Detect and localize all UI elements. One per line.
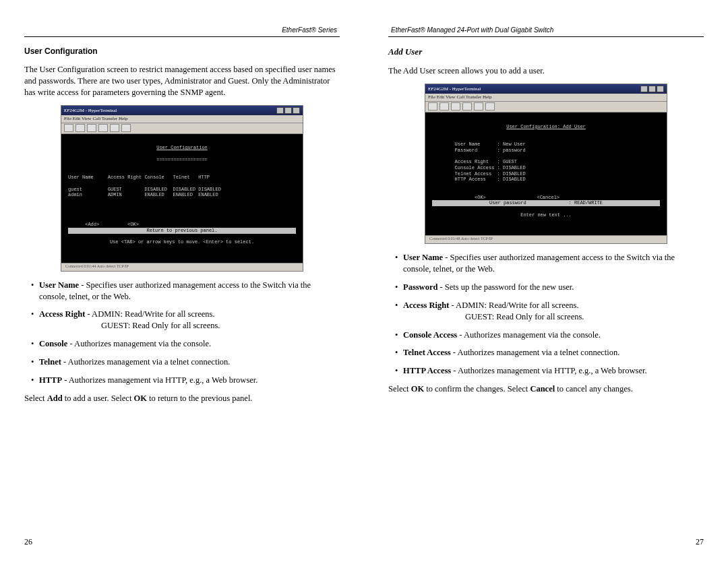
bullet-telnet-access: Telnet Access - Authorizes management vi… <box>403 347 704 358</box>
bullet-user-name: User Name - Specifies user authorized ma… <box>403 252 704 275</box>
header-product: EtherFast® Managed 24-Port with Dual Gig… <box>388 26 556 34</box>
header-series: EtherFast® Series <box>279 26 340 34</box>
tail-left: Select Add to add a user. Select OK to r… <box>24 393 340 404</box>
header-rule-right: EtherFast® Managed 24-Port with Dual Gig… <box>388 36 704 37</box>
bullet-access-right: Access Right - ADMIN: Read/Write for all… <box>39 309 340 332</box>
window-statusbar: Connected 0:01:48 Auto detect TCP/IP <box>425 235 667 243</box>
terminal-body: User Configuration ================== Us… <box>61 134 303 263</box>
window-menubar: File Edit View Call Transfer Help <box>425 94 667 102</box>
window-title: EF24G2M - HyperTerminal <box>64 108 117 113</box>
bullet-http: HTTP - Authorizes management via HTTP, e… <box>39 375 340 386</box>
window-menubar: File Edit View Call Transfer Help <box>61 115 303 123</box>
window-buttons <box>276 107 300 114</box>
window-titlebar: EF24G2M - HyperTerminal <box>425 84 667 94</box>
window-toolbar <box>425 102 667 113</box>
bullet-password: Password - Sets up the password for the … <box>403 282 704 293</box>
bullet-list-right: User Name - Specifies user authorized ma… <box>388 252 704 377</box>
screenshot-add-user: EF24G2M - HyperTerminal File Edit View C… <box>425 84 667 244</box>
manual-spread: EtherFast® Series User Configuration The… <box>0 0 728 562</box>
screenshot-user-config: EF24G2M - HyperTerminal File Edit View C… <box>61 105 303 272</box>
window-title: EF24G2M - HyperTerminal <box>428 86 481 92</box>
bullet-access-right: Access Right - ADMIN: Read/Write for all… <box>403 300 704 323</box>
page-number-left: 26 <box>24 537 32 547</box>
terminal-body: User Configuration: Add User User Name :… <box>425 113 667 235</box>
page-right: EtherFast® Managed 24-Port with Dual Gig… <box>364 0 728 562</box>
page-number-right: 27 <box>696 537 704 547</box>
intro-user-config: The User Configuration screen to restric… <box>24 64 340 98</box>
bullet-http-access: HTTP Access - Authorizes management via … <box>403 365 704 377</box>
section-title-user-config: User Configuration <box>24 46 340 56</box>
window-buttons <box>640 86 664 92</box>
header-rule-left: EtherFast® Series <box>24 36 340 37</box>
page-left: EtherFast® Series User Configuration The… <box>0 0 364 562</box>
bullet-console: Console - Authorizes management via the … <box>39 338 340 350</box>
bullet-user-name: User Name - Specifies user authorized ma… <box>39 280 340 303</box>
tail-right: Select OK to confirm the changes. Select… <box>388 383 704 395</box>
bullet-console-access: Console Access - Authorizes management v… <box>403 330 704 341</box>
window-toolbar <box>61 123 303 134</box>
window-titlebar: EF24G2M - HyperTerminal <box>61 106 303 115</box>
bullet-telnet: Telnet - Authorizes management via a tel… <box>39 356 340 368</box>
window-statusbar: Connected 0:01:44 Auto detect TCP/IP <box>61 263 303 271</box>
section-title-add-user: Add User <box>388 46 704 57</box>
intro-add-user: The Add User screen allows you to add a … <box>388 65 704 77</box>
bullet-list-left: User Name - Specifies user authorized ma… <box>24 280 340 386</box>
